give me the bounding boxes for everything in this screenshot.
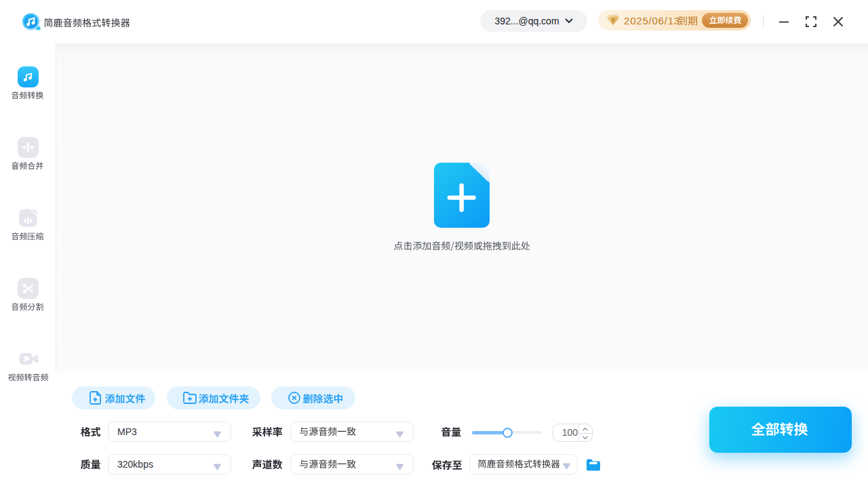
svg-text:V: V — [611, 16, 615, 23]
